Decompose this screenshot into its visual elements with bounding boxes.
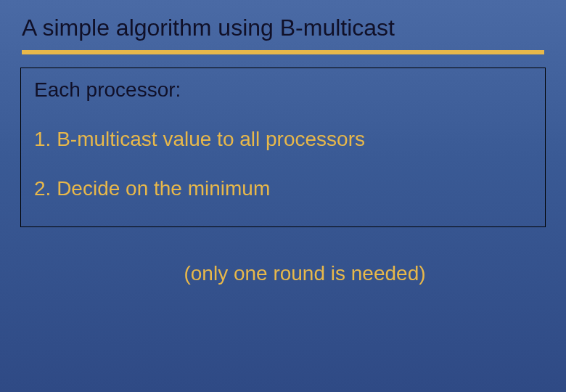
slide-title: A simple algorithm using B-multicast — [0, 0, 566, 50]
intro-text: Each processor: — [34, 78, 532, 102]
step-2: 2. Decide on the minimum — [34, 177, 532, 200]
algorithm-box: Each processor: 1. B-multicast value to … — [20, 68, 546, 227]
step-1: 1. B-multicast value to all processors — [34, 128, 532, 151]
title-underline — [22, 50, 544, 54]
note-text: (only one round is needed) — [0, 262, 566, 285]
